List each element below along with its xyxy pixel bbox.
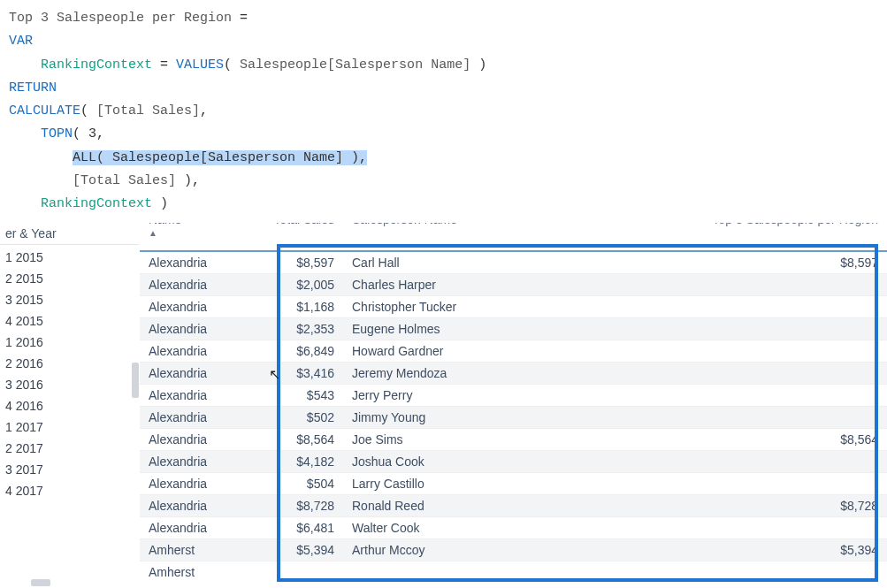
slicer-item[interactable]: 1 2016 (0, 332, 139, 353)
cell-top3 (485, 296, 887, 318)
table-row[interactable]: Alexandria$3,416Jeremy Mendoza (140, 363, 887, 385)
cell-top3 (485, 318, 887, 340)
cell-person: Joe Sims (343, 429, 485, 451)
cell-name: Alexandria (140, 517, 219, 539)
slicer-item[interactable]: 4 2016 (0, 395, 139, 416)
cell-top3: $8,564 (485, 429, 887, 451)
table-row[interactable]: Alexandria$1,168Christopher Tucker (140, 296, 887, 318)
table-row[interactable]: Alexandria$2,353Eugene Holmes (140, 318, 887, 340)
table-body: Alexandria$8,597Carl Hall$8,597Alexandri… (140, 251, 887, 583)
cell-total: $3,416 (219, 363, 343, 385)
cell-total: $2,353 (219, 318, 343, 340)
highlighted-text: ALL( Salespeople[Salesperson Name] ), (73, 150, 367, 165)
cell-name: Alexandria (140, 385, 219, 407)
table-row[interactable]: Alexandria$6,481Walter Cook (140, 517, 887, 539)
cell-person: Larry Castillo (343, 473, 485, 495)
col-name[interactable]: Name ▲ (140, 223, 219, 251)
cell-top3 (485, 363, 887, 385)
cell-name: Alexandria (140, 451, 219, 473)
slicer-header: er & Year (0, 223, 139, 245)
table-row[interactable]: Alexandria$2,005Charles Harper (140, 274, 887, 296)
sort-asc-icon: ▲ (149, 228, 210, 238)
cell-person: Eugene Holmes (343, 318, 485, 340)
cell-total: $1,168 (219, 296, 343, 318)
cell-person (343, 561, 485, 584)
col-salesperson[interactable]: Salesperson Name (343, 223, 485, 251)
cell-top3 (485, 340, 887, 363)
cell-person: Joshua Cook (343, 451, 485, 473)
cell-person: Ronald Reed (343, 495, 485, 517)
slicer-item[interactable]: 1 2015 (0, 247, 139, 268)
cell-total: $5,394 (219, 539, 343, 561)
slicer-quarter-year[interactable]: er & Year 1 2015 2 2015 3 2015 4 2015 1 … (0, 223, 140, 588)
cell-total: $504 (219, 473, 343, 495)
table-row[interactable]: Alexandria$6,849Howard Gardner (140, 340, 887, 363)
cell-total: $4,182 (219, 451, 343, 473)
table-row[interactable]: Alexandria$4,182Joshua Cook (140, 451, 887, 473)
slicer-item[interactable]: 1 2017 (0, 416, 139, 438)
topn-n: 3 (88, 126, 96, 141)
slicer-item[interactable]: 2 2015 (0, 268, 139, 289)
cell-total: $6,849 (219, 340, 343, 363)
cell-total: $2,005 (219, 274, 343, 296)
col-top3[interactable]: Top 3 Salespeople per Region (485, 223, 887, 251)
var-id: RankingContext (41, 57, 152, 73)
slicer-item[interactable]: 2 2016 (0, 353, 139, 374)
return-keyword: RETURN (9, 80, 57, 95)
cell-name: Alexandria (140, 473, 219, 495)
cell-name: Amherst (140, 561, 219, 584)
formula-bar[interactable]: Top 3 Salespeople per Region = VAR Ranki… (0, 0, 887, 223)
slicer-item[interactable]: 3 2016 (0, 374, 139, 395)
slicer-list: 1 2015 2 2015 3 2015 4 2015 1 2016 2 201… (0, 245, 139, 501)
cell-person: Jerry Perry (343, 385, 485, 407)
var-keyword: VAR (9, 34, 33, 49)
table-row[interactable]: Alexandria$504Larry Castillo (140, 473, 887, 495)
cell-total: $8,728 (219, 495, 343, 517)
cell-person: Walter Cook (343, 517, 485, 539)
col-total-sales[interactable]: Total Sales (219, 223, 343, 251)
values-fn: VALUES (176, 57, 224, 73)
table-row[interactable]: Amherst (140, 561, 887, 584)
slicer-item[interactable]: 3 2017 (0, 459, 139, 480)
slicer-item[interactable]: 2 2017 (0, 438, 139, 459)
cell-name: Amherst (140, 539, 219, 561)
table-row[interactable]: Amherst$5,394Arthur Mccoy$5,394 (140, 539, 887, 561)
slicer-item[interactable]: 4 2017 (0, 480, 139, 501)
cell-top3 (485, 407, 887, 429)
cell-name: Alexandria (140, 407, 219, 429)
table-row[interactable]: Alexandria$8,728Ronald Reed$8,728 (140, 495, 887, 517)
cell-person: Jeremy Mendoza (343, 363, 485, 385)
scrollbar-thumb-vertical[interactable] (132, 363, 139, 398)
cell-name: Alexandria (140, 318, 219, 340)
cell-top3 (485, 473, 887, 495)
cell-top3 (485, 385, 887, 407)
cell-person: Charles Harper (343, 274, 485, 296)
calculate-fn: CALCULATE (9, 103, 80, 118)
slicer-item[interactable]: 3 2015 (0, 289, 139, 310)
table-row[interactable]: Alexandria$502Jimmy Young (140, 407, 887, 429)
table-row[interactable]: Alexandria$543Jerry Perry (140, 385, 887, 407)
var-id-use: RankingContext (41, 196, 152, 211)
cell-total: $6,481 (219, 517, 343, 539)
scrollbar-thumb-horizontal[interactable] (31, 579, 50, 586)
cell-person: Jimmy Young (343, 407, 485, 429)
cell-top3 (485, 517, 887, 539)
slicer-item[interactable]: 4 2015 (0, 310, 139, 332)
cell-person: Arthur Mccoy (343, 539, 485, 561)
cell-name: Alexandria (140, 340, 219, 363)
cell-name: Alexandria (140, 296, 219, 318)
cell-person: Christopher Tucker (343, 296, 485, 318)
cell-person: Carl Hall (343, 251, 485, 274)
cell-top3 (485, 451, 887, 473)
table-row[interactable]: Alexandria$8,597Carl Hall$8,597 (140, 251, 887, 274)
equals-sign: = (232, 11, 248, 26)
cell-top3: $5,394 (485, 539, 887, 561)
results-table[interactable]: Name ▲ Total Sales Salesperson Name Top … (140, 223, 887, 588)
cell-top3 (485, 561, 887, 584)
measure-name: Top 3 Salespeople per Region (9, 11, 232, 26)
cell-name: Alexandria (140, 274, 219, 296)
cell-name: Alexandria (140, 251, 219, 274)
cell-total: $543 (219, 385, 343, 407)
cell-name: Alexandria (140, 429, 219, 451)
table-row[interactable]: Alexandria$8,564Joe Sims$8,564 (140, 429, 887, 451)
